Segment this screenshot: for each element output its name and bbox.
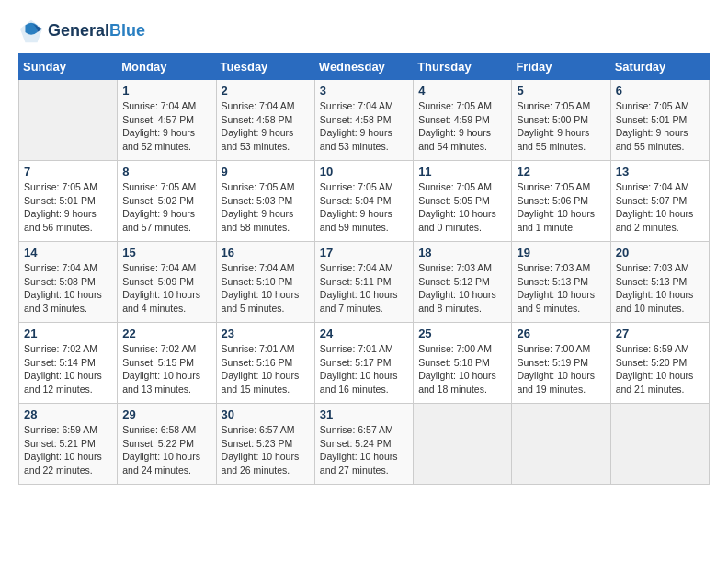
calendar-cell: 5Sunrise: 7:05 AMSunset: 5:00 PMDaylight… [512, 80, 610, 161]
day-number: 15 [122, 246, 210, 259]
day-number: 21 [24, 327, 112, 340]
calendar-cell: 3Sunrise: 7:04 AMSunset: 4:58 PMDaylight… [314, 80, 413, 161]
day-details: Sunrise: 7:05 AMSunset: 5:06 PMDaylight:… [517, 180, 605, 235]
day-details: Sunrise: 7:05 AMSunset: 5:05 PMDaylight:… [418, 180, 506, 235]
day-details: Sunrise: 7:05 AMSunset: 5:03 PMDaylight:… [222, 180, 310, 235]
logo-icon [18, 18, 44, 44]
day-header-tuesday: Tuesday [216, 54, 314, 80]
week-row-2: 7Sunrise: 7:05 AMSunset: 5:01 PMDaylight… [19, 161, 710, 242]
calendar-table: SundayMondayTuesdayWednesdayThursdayFrid… [18, 53, 710, 485]
day-details: Sunrise: 7:01 AMSunset: 5:17 PMDaylight:… [320, 342, 408, 396]
calendar-cell: 1Sunrise: 7:04 AMSunset: 4:57 PMDaylight… [118, 80, 216, 161]
calendar-cell: 7Sunrise: 7:05 AMSunset: 5:01 PMDaylight… [19, 161, 118, 242]
day-number: 14 [24, 246, 112, 259]
day-details: Sunrise: 6:59 AMSunset: 5:21 PMDaylight:… [24, 423, 112, 477]
calendar-cell: 22Sunrise: 7:02 AMSunset: 5:15 PMDayligh… [118, 323, 216, 404]
day-details: Sunrise: 7:05 AMSunset: 4:59 PMDaylight:… [418, 99, 506, 154]
calendar-cell: 31Sunrise: 6:57 AMSunset: 5:24 PMDayligh… [314, 404, 413, 485]
day-details: Sunrise: 7:03 AMSunset: 5:13 PMDaylight:… [616, 261, 704, 316]
calendar-cell: 21Sunrise: 7:02 AMSunset: 5:14 PMDayligh… [19, 323, 118, 404]
calendar-cell: 17Sunrise: 7:04 AMSunset: 5:11 PMDayligh… [314, 242, 413, 323]
day-details: Sunrise: 7:05 AMSunset: 5:04 PMDaylight:… [320, 180, 408, 235]
day-details: Sunrise: 7:02 AMSunset: 5:14 PMDaylight:… [24, 342, 112, 396]
calendar-cell: 19Sunrise: 7:03 AMSunset: 5:13 PMDayligh… [512, 242, 610, 323]
day-number: 23 [222, 327, 310, 340]
day-number: 18 [418, 246, 506, 259]
calendar-cell: 6Sunrise: 7:05 AMSunset: 5:01 PMDaylight… [610, 80, 709, 161]
day-number: 28 [24, 408, 112, 421]
day-details: Sunrise: 7:04 AMSunset: 4:58 PMDaylight:… [320, 99, 408, 154]
day-number: 26 [517, 327, 605, 340]
calendar-cell: 30Sunrise: 6:57 AMSunset: 5:23 PMDayligh… [216, 404, 314, 485]
calendar-cell: 12Sunrise: 7:05 AMSunset: 5:06 PMDayligh… [512, 161, 610, 242]
day-number: 2 [222, 84, 310, 98]
logo: GeneralBlue [18, 18, 145, 44]
calendar-cell: 24Sunrise: 7:01 AMSunset: 5:17 PMDayligh… [314, 323, 413, 404]
day-number: 19 [517, 246, 605, 259]
day-details: Sunrise: 7:04 AMSunset: 5:07 PMDaylight:… [616, 180, 704, 235]
calendar-cell: 26Sunrise: 7:00 AMSunset: 5:19 PMDayligh… [512, 323, 610, 404]
day-number: 16 [222, 246, 310, 259]
day-number: 29 [122, 408, 210, 421]
calendar-cell: 2Sunrise: 7:04 AMSunset: 4:58 PMDaylight… [216, 80, 314, 161]
week-row-4: 21Sunrise: 7:02 AMSunset: 5:14 PMDayligh… [19, 323, 710, 404]
day-number: 3 [320, 84, 408, 98]
calendar-cell: 10Sunrise: 7:05 AMSunset: 5:04 PMDayligh… [314, 161, 413, 242]
day-details: Sunrise: 7:05 AMSunset: 5:00 PMDaylight:… [517, 99, 605, 154]
day-header-thursday: Thursday [414, 54, 512, 80]
day-number: 17 [320, 246, 408, 259]
day-number: 24 [320, 327, 408, 340]
calendar-cell: 15Sunrise: 7:04 AMSunset: 5:09 PMDayligh… [118, 242, 216, 323]
calendar-cell [19, 80, 118, 161]
calendar-cell: 11Sunrise: 7:05 AMSunset: 5:05 PMDayligh… [414, 161, 512, 242]
calendar-cell: 27Sunrise: 6:59 AMSunset: 5:20 PMDayligh… [610, 323, 709, 404]
calendar-cell: 13Sunrise: 7:04 AMSunset: 5:07 PMDayligh… [610, 161, 709, 242]
day-number: 6 [616, 84, 704, 98]
day-number: 5 [517, 84, 605, 98]
day-number: 7 [24, 165, 112, 178]
calendar-cell [610, 404, 709, 485]
day-number: 25 [418, 327, 506, 340]
calendar-cell: 8Sunrise: 7:05 AMSunset: 5:02 PMDaylight… [118, 161, 216, 242]
day-details: Sunrise: 6:58 AMSunset: 5:22 PMDaylight:… [122, 423, 210, 477]
day-details: Sunrise: 6:57 AMSunset: 5:24 PMDaylight:… [320, 423, 408, 477]
day-details: Sunrise: 7:00 AMSunset: 5:19 PMDaylight:… [517, 342, 605, 396]
calendar-cell [512, 404, 610, 485]
header-row: SundayMondayTuesdayWednesdayThursdayFrid… [19, 54, 710, 80]
calendar-cell: 14Sunrise: 7:04 AMSunset: 5:08 PMDayligh… [19, 242, 118, 323]
day-number: 22 [122, 327, 210, 340]
day-details: Sunrise: 6:59 AMSunset: 5:20 PMDaylight:… [616, 342, 704, 396]
day-details: Sunrise: 7:04 AMSunset: 5:09 PMDaylight:… [122, 261, 210, 316]
day-header-friday: Friday [512, 54, 610, 80]
day-number: 30 [222, 408, 310, 421]
calendar-cell [414, 404, 512, 485]
week-row-3: 14Sunrise: 7:04 AMSunset: 5:08 PMDayligh… [19, 242, 710, 323]
day-details: Sunrise: 7:04 AMSunset: 5:11 PMDaylight:… [320, 261, 408, 316]
day-number: 10 [320, 165, 408, 178]
day-number: 1 [122, 84, 210, 98]
day-details: Sunrise: 7:04 AMSunset: 5:08 PMDaylight:… [24, 261, 112, 316]
day-details: Sunrise: 7:00 AMSunset: 5:18 PMDaylight:… [418, 342, 506, 396]
day-details: Sunrise: 7:01 AMSunset: 5:16 PMDaylight:… [222, 342, 310, 396]
day-number: 31 [320, 408, 408, 421]
week-row-5: 28Sunrise: 6:59 AMSunset: 5:21 PMDayligh… [19, 404, 710, 485]
day-number: 12 [517, 165, 605, 178]
calendar-cell: 28Sunrise: 6:59 AMSunset: 5:21 PMDayligh… [19, 404, 118, 485]
calendar-cell: 4Sunrise: 7:05 AMSunset: 4:59 PMDaylight… [414, 80, 512, 161]
day-details: Sunrise: 7:05 AMSunset: 5:01 PMDaylight:… [616, 99, 704, 154]
calendar-cell: 23Sunrise: 7:01 AMSunset: 5:16 PMDayligh… [216, 323, 314, 404]
header: GeneralBlue [18, 18, 710, 44]
day-number: 11 [418, 165, 506, 178]
day-details: Sunrise: 7:05 AMSunset: 5:02 PMDaylight:… [122, 180, 210, 235]
day-number: 13 [616, 165, 704, 178]
week-row-1: 1Sunrise: 7:04 AMSunset: 4:57 PMDaylight… [19, 80, 710, 161]
day-header-monday: Monday [118, 54, 216, 80]
day-details: Sunrise: 7:04 AMSunset: 4:58 PMDaylight:… [222, 99, 310, 154]
day-details: Sunrise: 6:57 AMSunset: 5:23 PMDaylight:… [222, 423, 310, 477]
day-header-wednesday: Wednesday [314, 54, 413, 80]
day-number: 4 [418, 84, 506, 98]
day-number: 9 [222, 165, 310, 178]
day-details: Sunrise: 7:04 AMSunset: 5:10 PMDaylight:… [222, 261, 310, 316]
day-header-sunday: Sunday [19, 54, 118, 80]
calendar-cell: 20Sunrise: 7:03 AMSunset: 5:13 PMDayligh… [610, 242, 709, 323]
